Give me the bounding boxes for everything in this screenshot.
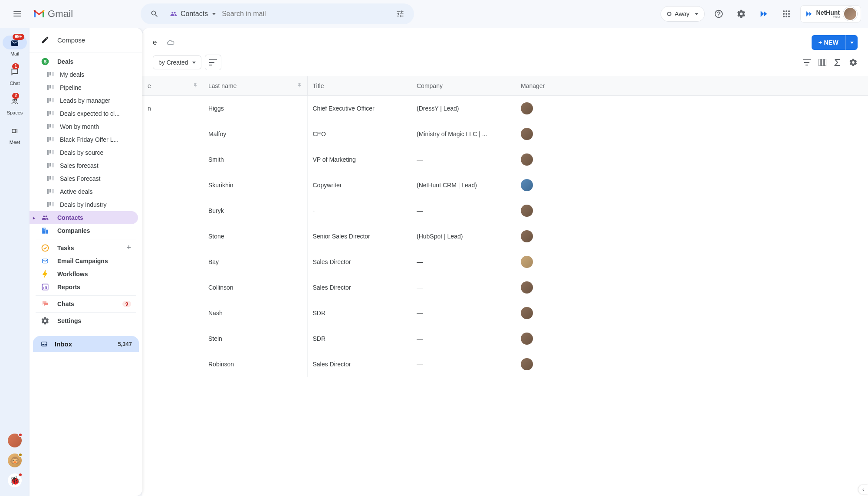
cloud-sync-button[interactable] bbox=[162, 34, 179, 51]
chat-badge: 1 bbox=[12, 63, 19, 69]
meet-icon bbox=[10, 127, 19, 134]
nav-my-deals[interactable]: My deals bbox=[30, 68, 138, 81]
nav-chats[interactable]: Chats 9 bbox=[30, 297, 138, 310]
sort-selector[interactable]: by Created bbox=[153, 55, 201, 69]
cell-firstname bbox=[142, 275, 203, 300]
table-row[interactable]: SkurikhinCopywriter(NetHunt CRM | Lead) bbox=[142, 173, 868, 198]
col-title[interactable]: Title bbox=[307, 76, 411, 96]
rail-meet[interactable]: Meet bbox=[3, 121, 27, 147]
nav-tasks[interactable]: Tasks + bbox=[30, 241, 138, 255]
manager-avatar[interactable] bbox=[521, 153, 533, 166]
manager-avatar[interactable] bbox=[521, 333, 533, 345]
columns-button[interactable] bbox=[819, 59, 826, 66]
svg-rect-12 bbox=[49, 72, 51, 75]
table-row[interactable]: StoneSenior Sales Director(HubSpot | Lea… bbox=[142, 224, 868, 249]
filter-button[interactable] bbox=[803, 59, 811, 65]
rail-chat[interactable]: 1 Chat bbox=[3, 62, 27, 88]
nav-settings[interactable]: Settings bbox=[30, 314, 138, 327]
col-manager[interactable]: Manager bbox=[516, 76, 868, 96]
nav-workflows[interactable]: Workflows bbox=[30, 268, 138, 281]
add-task-button[interactable]: + bbox=[126, 243, 131, 252]
table-row[interactable]: SteinSDR— bbox=[142, 326, 868, 352]
manager-avatar[interactable] bbox=[521, 230, 533, 242]
svg-text:$: $ bbox=[44, 59, 47, 64]
nav-contacts[interactable]: Contacts bbox=[30, 211, 138, 224]
manager-avatar[interactable] bbox=[521, 358, 533, 370]
nav-active-deals[interactable]: Active deals bbox=[30, 185, 138, 198]
manager-avatar[interactable] bbox=[521, 102, 533, 114]
rail-mail[interactable]: 99+ Mail bbox=[3, 33, 27, 59]
nav-inbox[interactable]: Inbox 5,347 bbox=[33, 336, 139, 352]
search-input[interactable] bbox=[222, 10, 387, 18]
table-row[interactable]: Buryk-— bbox=[142, 198, 868, 224]
side-panel-toggle[interactable]: ‹ bbox=[858, 485, 868, 494]
manager-avatar[interactable] bbox=[521, 281, 533, 294]
status-ring-icon bbox=[667, 12, 671, 16]
col-firstna[interactable]: e bbox=[142, 76, 203, 96]
manager-avatar[interactable] bbox=[521, 307, 533, 319]
svg-rect-42 bbox=[49, 202, 51, 206]
svg-rect-19 bbox=[52, 98, 54, 102]
new-record-button[interactable]: + NEW bbox=[812, 35, 845, 50]
cell-manager bbox=[516, 96, 868, 121]
people-icon bbox=[169, 10, 178, 17]
view-settings-button[interactable] bbox=[849, 58, 858, 67]
status-selector[interactable]: Away bbox=[661, 6, 705, 22]
nav-sales-forecast-2[interactable]: Sales Forecast bbox=[30, 172, 138, 185]
nav-sales-forecast[interactable]: Sales forecast bbox=[30, 159, 138, 172]
table-row[interactable]: nHiggsChief Executive Officer(DressY | L… bbox=[142, 96, 868, 121]
settings-button[interactable] bbox=[733, 5, 750, 23]
nav-won-by-month[interactable]: Won by month bbox=[30, 120, 138, 133]
app-logo[interactable]: Gmail bbox=[33, 8, 120, 20]
search-options-button[interactable] bbox=[391, 5, 409, 23]
table-row[interactable]: RobinsonSales Director— bbox=[142, 352, 868, 377]
cell-firstname bbox=[142, 121, 203, 147]
manager-avatar[interactable] bbox=[521, 205, 533, 217]
svg-point-6 bbox=[783, 16, 785, 17]
svg-point-48 bbox=[42, 245, 49, 251]
nav-black-friday[interactable]: Black Friday Offer L... bbox=[30, 133, 138, 146]
cell-manager bbox=[516, 121, 868, 147]
table-row[interactable]: NashSDR— bbox=[142, 300, 868, 326]
table-row[interactable]: MalfoyCEO(Ministry of Magic LLC | ... bbox=[142, 121, 868, 147]
table-row[interactable]: SmithVP of Marketing— bbox=[142, 147, 868, 173]
help-button[interactable] bbox=[710, 5, 727, 23]
manager-avatar[interactable] bbox=[521, 179, 533, 191]
chat-avatar-1[interactable] bbox=[8, 434, 22, 447]
table-row[interactable]: BaySales Director— bbox=[142, 249, 868, 275]
nav-deals[interactable]: $ Deals bbox=[30, 55, 138, 68]
sum-button[interactable] bbox=[834, 59, 841, 66]
new-record-dropdown[interactable] bbox=[845, 35, 858, 50]
nav-companies[interactable]: Companies bbox=[30, 224, 138, 237]
compose-button[interactable]: Compose bbox=[30, 28, 142, 52]
nav-leads-by-manager[interactable]: Leads by manager bbox=[30, 94, 138, 107]
manager-avatar[interactable] bbox=[521, 128, 533, 140]
nav-deals-by-industry[interactable]: Deals by industry bbox=[30, 198, 138, 211]
search-button[interactable] bbox=[146, 5, 163, 23]
nav-deals-by-source[interactable]: Deals by source bbox=[30, 146, 138, 159]
svg-rect-35 bbox=[47, 176, 49, 181]
col-company[interactable]: Company bbox=[411, 76, 516, 96]
svg-rect-32 bbox=[47, 163, 49, 168]
nav-pipeline[interactable]: Pipeline bbox=[30, 81, 138, 94]
search-scope-chip[interactable]: Contacts bbox=[168, 9, 217, 19]
pin-icon[interactable] bbox=[193, 82, 198, 88]
nav-reports[interactable]: Reports bbox=[30, 281, 138, 294]
table-row[interactable]: CollinsonSales Director— bbox=[142, 275, 868, 300]
nav-deals-expected[interactable]: Deals expected to cl... bbox=[30, 107, 138, 120]
chat-avatar-2[interactable]: 🐵 bbox=[8, 454, 22, 467]
chat-avatar-3[interactable]: 🐞 bbox=[8, 473, 22, 487]
nethunt-icon-button[interactable] bbox=[755, 5, 773, 23]
main-menu-button[interactable] bbox=[7, 3, 28, 24]
svg-rect-36 bbox=[49, 176, 51, 179]
pin-icon[interactable] bbox=[297, 82, 302, 88]
col-lastname[interactable]: Last name bbox=[203, 76, 307, 96]
sort-direction-button[interactable] bbox=[205, 55, 221, 70]
nav-campaigns[interactable]: Email Campaigns bbox=[30, 255, 138, 268]
manager-avatar[interactable] bbox=[521, 256, 533, 268]
rail-spaces[interactable]: 2 Spaces bbox=[3, 92, 27, 118]
nethunt-brand-pill[interactable]: NetHunt CRM bbox=[800, 5, 861, 23]
profile-avatar[interactable] bbox=[843, 7, 857, 21]
chart-icon bbox=[41, 283, 49, 291]
apps-button[interactable] bbox=[778, 5, 795, 23]
